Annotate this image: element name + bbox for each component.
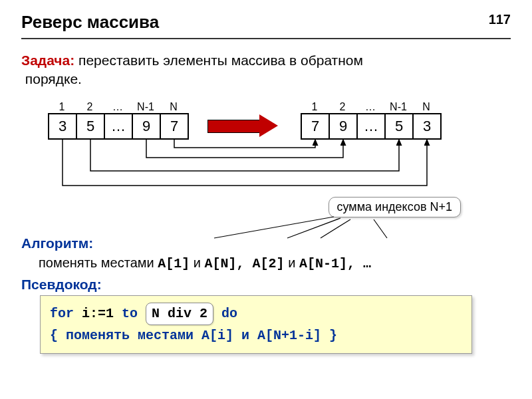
task-block: Задача: переставить элементы массива в о… [21, 51, 511, 89]
transform-arrow-icon [207, 116, 281, 136]
code-brace-open: { [50, 328, 66, 343]
task-label: Задача: [21, 53, 74, 68]
svg-line-3 [374, 219, 387, 238]
page-number: 117 [489, 12, 511, 27]
title-divider [21, 38, 511, 39]
task-text1: переставить элементы массива в обратном [74, 53, 363, 68]
left-array: 1 2 … N-1 N 3 5 … 9 7 [48, 101, 189, 140]
right-array-cells: 7 9 … 5 3 [301, 113, 442, 140]
right-array-headers: 1 2 … N-1 N [301, 101, 442, 113]
code-box: for i:=1 to N div 2 do { поменять местам… [40, 295, 472, 354]
code-body: поменять местами A[i] и A[N+1-i] [66, 328, 321, 343]
left-array-cells: 3 5 … 9 7 [48, 113, 189, 140]
code-for-keyword: for [50, 306, 74, 321]
callout-row: сумма индексов N+1 [21, 201, 511, 233]
code-limit-callout: N div 2 [146, 303, 213, 325]
code-brace-close: } [321, 328, 337, 343]
callout-pointer-icon [188, 213, 420, 239]
left-array-headers: 1 2 … N-1 N [48, 101, 189, 113]
pseudocode-label: Псевдокод: [21, 277, 511, 293]
code-i-init: i:=1 [74, 306, 122, 321]
svg-line-1 [287, 218, 340, 238]
swap-arrows-icon [41, 138, 460, 194]
svg-line-2 [321, 219, 350, 238]
right-array: 1 2 … N-1 N 7 9 … 5 3 [301, 101, 442, 140]
code-do-keyword: do [213, 306, 237, 321]
arrays-diagram: 1 2 … N-1 N 3 5 … 9 7 1 2 … N-1 [21, 101, 511, 201]
slide-title: Реверс массива [21, 12, 511, 33]
code-to-keyword: to [122, 306, 138, 321]
swap-instruction: поменять местами A[1] и A[N], A[2] и A[N… [39, 255, 511, 271]
task-text2: порядке. [25, 71, 82, 86]
